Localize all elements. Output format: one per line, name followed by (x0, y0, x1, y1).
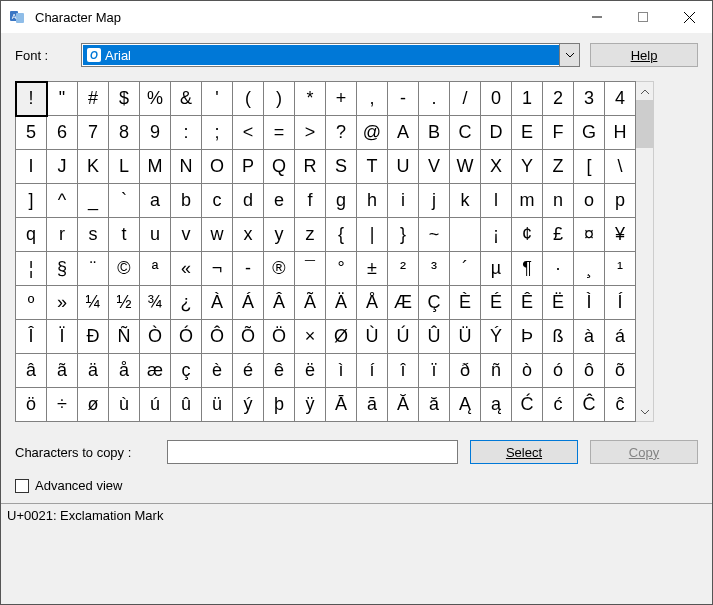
char-cell[interactable]: Þ (512, 320, 543, 354)
char-cell[interactable]: ą (481, 388, 512, 422)
char-cell[interactable]: : (171, 116, 202, 150)
chevron-down-icon[interactable] (559, 44, 579, 66)
char-cell[interactable]: u (140, 218, 171, 252)
char-cell[interactable]: ì (326, 354, 357, 388)
char-cell[interactable]: î (388, 354, 419, 388)
char-cell[interactable]: ê (264, 354, 295, 388)
char-cell[interactable]: U (388, 150, 419, 184)
char-cell[interactable]: ? (326, 116, 357, 150)
char-cell[interactable]: È (450, 286, 481, 320)
char-cell[interactable]: ó (543, 354, 574, 388)
char-cell[interactable]: N (171, 150, 202, 184)
char-cell[interactable]: ĉ (605, 388, 636, 422)
char-cell[interactable]: » (47, 286, 78, 320)
char-cell[interactable]: ï (419, 354, 450, 388)
char-cell[interactable]: þ (264, 388, 295, 422)
char-cell[interactable]: y (264, 218, 295, 252)
char-cell[interactable]: ò (512, 354, 543, 388)
scroll-down-icon[interactable] (636, 403, 653, 421)
char-cell[interactable]: ú (140, 388, 171, 422)
char-cell[interactable]: Ø (326, 320, 357, 354)
char-cell[interactable]: Ë (543, 286, 574, 320)
char-cell[interactable]: Ą (450, 388, 481, 422)
char-cell[interactable]: ü (202, 388, 233, 422)
char-cell[interactable]: 7 (78, 116, 109, 150)
char-cell[interactable]: | (357, 218, 388, 252)
char-cell[interactable]: ¾ (140, 286, 171, 320)
char-cell[interactable]: ! (16, 82, 47, 116)
char-cell[interactable]: Ü (450, 320, 481, 354)
char-cell[interactable]: Ã (295, 286, 326, 320)
char-cell[interactable]: ` (109, 184, 140, 218)
char-cell[interactable]: Ñ (109, 320, 140, 354)
close-button[interactable] (666, 1, 712, 33)
char-cell[interactable]: ' (202, 82, 233, 116)
char-cell[interactable]: Y (512, 150, 543, 184)
char-cell[interactable]: i (388, 184, 419, 218)
char-cell[interactable]: E (512, 116, 543, 150)
char-cell[interactable]: ^ (47, 184, 78, 218)
char-cell[interactable]: * (295, 82, 326, 116)
char-cell[interactable]: J (47, 150, 78, 184)
char-cell[interactable]: p (605, 184, 636, 218)
char-cell[interactable]: % (140, 82, 171, 116)
char-cell[interactable]: k (450, 184, 481, 218)
char-cell[interactable]: ¢ (512, 218, 543, 252)
char-cell[interactable]: X (481, 150, 512, 184)
char-cell[interactable]: V (419, 150, 450, 184)
char-cell[interactable]: ¸ (574, 252, 605, 286)
char-cell[interactable]: Û (419, 320, 450, 354)
char-cell[interactable]: , (357, 82, 388, 116)
char-cell[interactable]: ô (574, 354, 605, 388)
char-cell[interactable]: < (233, 116, 264, 150)
char-cell[interactable]: t (109, 218, 140, 252)
char-cell[interactable]: ý (233, 388, 264, 422)
char-cell[interactable]: n (543, 184, 574, 218)
char-cell[interactable]: ÷ (47, 388, 78, 422)
char-cell[interactable]: ) (264, 82, 295, 116)
char-cell[interactable]: j (419, 184, 450, 218)
char-cell[interactable]: ¦ (16, 252, 47, 286)
char-cell[interactable]: # (78, 82, 109, 116)
char-cell[interactable]: ¤ (574, 218, 605, 252)
char-cell[interactable]: \ (605, 150, 636, 184)
scroll-thumb[interactable] (636, 100, 653, 148)
char-cell[interactable]: ° (326, 252, 357, 286)
char-cell[interactable]: Ć (512, 388, 543, 422)
char-cell[interactable]: µ (481, 252, 512, 286)
char-cell[interactable]: I (16, 150, 47, 184)
char-cell[interactable]: Ö (264, 320, 295, 354)
char-cell[interactable]: Ĉ (574, 388, 605, 422)
char-cell[interactable]: 8 (109, 116, 140, 150)
char-cell[interactable]: ´ (450, 252, 481, 286)
char-cell[interactable]: O (202, 150, 233, 184)
char-cell[interactable]: a (140, 184, 171, 218)
char-cell[interactable]: ă (419, 388, 450, 422)
char-cell[interactable]: ² (388, 252, 419, 286)
char-cell[interactable]: Ê (512, 286, 543, 320)
char-cell[interactable]: R (295, 150, 326, 184)
char-cell[interactable]: - (388, 82, 419, 116)
char-cell[interactable]: ö (16, 388, 47, 422)
char-cell[interactable]: Ù (357, 320, 388, 354)
char-cell[interactable]: ± (357, 252, 388, 286)
char-cell[interactable]: Z (543, 150, 574, 184)
char-cell[interactable]: å (109, 354, 140, 388)
char-cell[interactable]: Ô (202, 320, 233, 354)
char-cell[interactable]: ¡ (481, 218, 512, 252)
char-cell[interactable]: $ (109, 82, 140, 116)
char-cell[interactable]: Ă (388, 388, 419, 422)
char-cell[interactable]: Q (264, 150, 295, 184)
char-cell[interactable]: 5 (16, 116, 47, 150)
advanced-checkbox[interactable] (15, 479, 29, 493)
char-cell[interactable]: D (481, 116, 512, 150)
help-button[interactable]: Help (590, 43, 698, 67)
char-cell[interactable]: W (450, 150, 481, 184)
char-cell[interactable]: « (171, 252, 202, 286)
char-cell[interactable]: Ý (481, 320, 512, 354)
minimize-button[interactable] (574, 1, 620, 33)
char-cell[interactable]: v (171, 218, 202, 252)
char-cell[interactable]: Å (357, 286, 388, 320)
char-cell[interactable]: L (109, 150, 140, 184)
char-cell[interactable]: 9 (140, 116, 171, 150)
